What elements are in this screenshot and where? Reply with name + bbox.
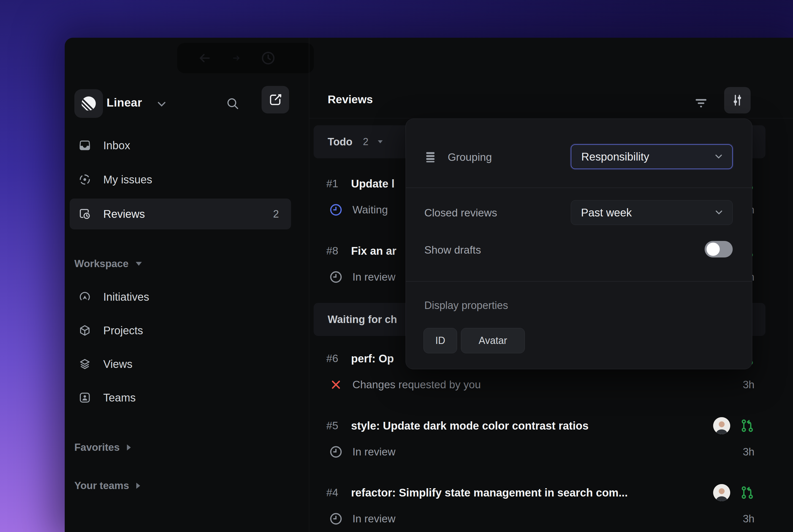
issue-id: #6 bbox=[326, 353, 351, 365]
chip-avatar[interactable]: Avatar bbox=[461, 328, 525, 353]
issue-id: #5 bbox=[326, 420, 351, 432]
sidebar-item-views[interactable]: Views bbox=[70, 349, 291, 379]
sidebar-section-workspace[interactable]: Workspace bbox=[74, 255, 142, 272]
clock-icon bbox=[329, 445, 343, 459]
compose-pencil-icon bbox=[268, 93, 283, 107]
person-card-icon bbox=[78, 391, 91, 404]
sidebar-item-label: Inbox bbox=[103, 139, 130, 152]
sidebar-item-inbox[interactable]: Inbox bbox=[70, 130, 291, 160]
sidebar-item-label: Views bbox=[103, 358, 132, 370]
clock-icon bbox=[329, 270, 343, 284]
closed-reviews-value: Past week bbox=[581, 207, 632, 219]
filter-funnel-icon[interactable] bbox=[694, 96, 708, 110]
review-status: In review bbox=[352, 271, 395, 283]
x-red-icon bbox=[329, 378, 343, 392]
chip-label: ID bbox=[435, 335, 445, 346]
workspace-name[interactable]: Linear bbox=[107, 96, 142, 109]
display-options-sliders-icon bbox=[731, 93, 744, 107]
review-row[interactable]: #4 refactor: Simplify state management i… bbox=[326, 486, 754, 532]
group-label: Waiting for ch bbox=[328, 314, 397, 325]
chevron-down-icon bbox=[714, 209, 723, 216]
review-status: Changes requested by you bbox=[352, 379, 481, 391]
sidebar-item-projects[interactable]: Projects bbox=[70, 315, 291, 346]
show-drafts-toggle[interactable] bbox=[704, 241, 733, 258]
initiative-arrow-icon bbox=[78, 290, 91, 303]
separator bbox=[406, 281, 752, 282]
review-status: Waiting bbox=[352, 204, 388, 216]
grouping-label: Grouping bbox=[448, 151, 492, 163]
issue-id: #8 bbox=[326, 245, 351, 257]
closed-reviews-label: Closed reviews bbox=[424, 207, 497, 219]
avatar bbox=[713, 484, 730, 501]
linear-logo-icon bbox=[80, 95, 97, 112]
inbox-icon bbox=[78, 139, 91, 152]
section-label: Workspace bbox=[74, 258, 129, 270]
display-options-button[interactable] bbox=[724, 87, 751, 113]
closed-reviews-dropdown[interactable]: Past week bbox=[571, 200, 733, 225]
section-label: Your teams bbox=[74, 480, 129, 492]
sidebar-item-label: Teams bbox=[103, 392, 136, 404]
display-properties-label: Display properties bbox=[424, 300, 508, 311]
chevron-down-icon bbox=[714, 153, 723, 160]
issue-id: #4 bbox=[326, 487, 351, 499]
focus-target-icon bbox=[78, 173, 91, 186]
separator bbox=[406, 188, 752, 188]
app-window: Linear Inbox bbox=[65, 38, 793, 532]
group-label: Todo bbox=[328, 136, 352, 148]
main-header: Reviews bbox=[309, 38, 793, 118]
issue-title: perf: Op bbox=[351, 353, 394, 365]
sidebar-item-my-issues[interactable]: My issues bbox=[70, 165, 291, 195]
chip-label: Avatar bbox=[479, 335, 507, 346]
triangle-right-icon bbox=[127, 444, 131, 451]
chip-id[interactable]: ID bbox=[424, 328, 457, 353]
chevron-down-icon bbox=[156, 100, 167, 108]
workspace-switcher[interactable] bbox=[74, 89, 103, 118]
grouping-rows-icon bbox=[424, 150, 438, 164]
pull-request-icon bbox=[740, 419, 754, 433]
sidebar-item-initiatives[interactable]: Initiatives bbox=[70, 282, 291, 312]
sidebar-item-reviews[interactable]: Reviews 2 bbox=[70, 198, 291, 229]
layers-icon bbox=[78, 358, 91, 370]
issue-id: #1 bbox=[326, 177, 351, 190]
page-title: Reviews bbox=[328, 93, 373, 106]
sidebar-item-label: Projects bbox=[103, 324, 143, 337]
clock-blue-icon bbox=[329, 203, 343, 217]
issue-title: Update l bbox=[351, 177, 394, 190]
new-issue-button[interactable] bbox=[262, 86, 289, 113]
sidebar: Linear Inbox bbox=[65, 38, 309, 532]
toggle-knob bbox=[707, 243, 720, 256]
grouping-value: Responsibility bbox=[581, 151, 649, 163]
review-clock-icon bbox=[78, 208, 91, 220]
issue-title: Fix an ar bbox=[351, 245, 396, 257]
grouping-dropdown[interactable]: Responsibility bbox=[571, 144, 733, 169]
reviews-count-badge: 2 bbox=[273, 208, 279, 220]
triangle-right-icon bbox=[136, 483, 140, 489]
review-status: In review bbox=[352, 446, 395, 458]
sidebar-item-label: Initiatives bbox=[103, 291, 149, 303]
avatar bbox=[713, 417, 730, 434]
timestamp: 3h bbox=[743, 513, 754, 525]
timestamp: 3h bbox=[743, 446, 754, 458]
search-icon[interactable] bbox=[226, 97, 239, 110]
cube-icon bbox=[78, 324, 91, 337]
timestamp: 3h bbox=[743, 379, 754, 391]
triangle-down-icon bbox=[378, 140, 383, 143]
review-status: In review bbox=[352, 513, 395, 525]
sidebar-section-favorites[interactable]: Favorites bbox=[74, 439, 131, 456]
show-drafts-label: Show drafts bbox=[424, 244, 481, 256]
review-row[interactable]: #5 style: Update dark mode color contras… bbox=[326, 419, 754, 485]
issue-title: style: Update dark mode color contrast r… bbox=[351, 420, 588, 432]
sidebar-item-teams[interactable]: Teams bbox=[70, 382, 291, 413]
issue-title: refactor: Simplify state management in s… bbox=[351, 487, 628, 499]
sidebar-item-label: Reviews bbox=[103, 208, 145, 220]
sidebar-section-your-teams[interactable]: Your teams bbox=[74, 477, 140, 494]
sidebar-item-label: My issues bbox=[103, 173, 152, 186]
group-count: 2 bbox=[363, 136, 368, 148]
main-panel: Reviews Todo 2 #1 Update l bbox=[309, 38, 793, 532]
clock-icon bbox=[329, 512, 343, 526]
triangle-down-icon bbox=[136, 262, 142, 266]
display-options-popover: Grouping Responsibility Closed reviews P… bbox=[406, 119, 752, 369]
section-label: Favorites bbox=[74, 442, 120, 453]
pull-request-icon bbox=[740, 486, 754, 500]
